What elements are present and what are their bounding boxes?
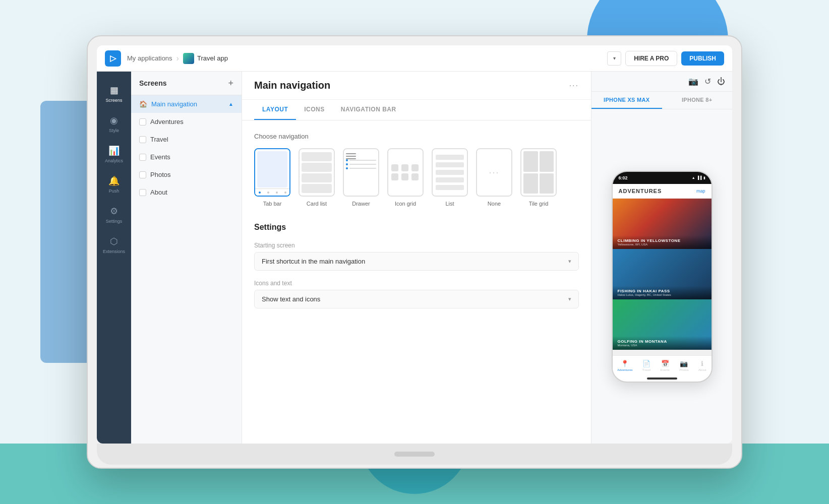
style-label: Style — [109, 128, 119, 133]
style-icon: ◉ — [110, 115, 118, 126]
ig-1 — [391, 164, 398, 171]
screen-item-main-navigation[interactable]: 🏠 Main navigation ▲ — [131, 95, 242, 113]
screen-item-about[interactable]: About — [131, 183, 242, 201]
screen-item-photos[interactable]: Photos — [131, 166, 242, 183]
tab-navigation-bar[interactable]: NAVIGATION BAR — [333, 100, 404, 120]
layout-icon-grid[interactable]: Icon grid — [387, 148, 424, 207]
drawer-line-1 — [346, 153, 356, 154]
tab-events-icon: 📅 — [661, 360, 669, 367]
card-3-overlay: GOLFING IN MONTANA Montana, USA — [613, 336, 712, 350]
tab-layout[interactable]: LAYOUT — [254, 100, 296, 120]
phone-tab-photos[interactable]: 📷 Photos — [679, 360, 689, 371]
sidebar-item-extensions[interactable]: ⬡ Extensions — [100, 231, 128, 259]
card-3-subtitle: Montana, USA — [618, 344, 706, 347]
laptop-screen: ▷ My applications › Travel app ▾ HIRE A … — [97, 45, 732, 444]
layout-thumb-drawer — [343, 148, 379, 197]
layout-thumb-tab-bar — [254, 148, 290, 197]
phone-tabbar: 📍 Adventures 📄 Travel 📅 Events — [613, 355, 712, 377]
phone-tab-travel[interactable]: 📄 Travel — [642, 360, 650, 371]
sidebar-item-push[interactable]: 🔔 Push — [100, 170, 128, 199]
breadcrumb-home[interactable]: My applications — [127, 54, 172, 62]
tg-4 — [540, 173, 554, 194]
device-tab-xs-max[interactable]: IPHONE XS MAX — [591, 92, 662, 109]
phone-home-indicator — [647, 377, 677, 380]
drawer-line-2 — [346, 156, 356, 157]
camera-icon[interactable]: 📷 — [688, 77, 698, 86]
expand-chevron: ▲ — [228, 101, 233, 107]
screen-checkbox-adventures[interactable] — [139, 118, 146, 125]
sidebar-item-settings[interactable]: ⚙ Settings — [100, 201, 128, 229]
screen-checkbox-photos[interactable] — [139, 171, 146, 178]
layout-none[interactable]: ··· None — [476, 148, 512, 207]
main-more-button[interactable]: ··· — [569, 81, 579, 90]
screen-checkbox-about[interactable] — [139, 189, 146, 196]
tab-bar-bottom — [255, 188, 289, 196]
header-dropdown[interactable]: ▾ — [607, 51, 621, 66]
phone-notch: 6:02 ▲ ▐▐ ▮ — [613, 172, 712, 184]
tg-1 — [523, 151, 538, 172]
tab-photos-icon: 📷 — [680, 360, 688, 367]
layout-card-list[interactable]: Card list — [299, 148, 335, 207]
refresh-icon[interactable]: ↺ — [704, 77, 711, 86]
drawer-item-3 — [346, 167, 376, 169]
logo-symbol: ▷ — [110, 53, 116, 63]
sidebar-item-screens[interactable]: ▦ Screens — [100, 80, 128, 108]
screen-checkbox-events[interactable] — [139, 154, 146, 161]
phone-card-1: CLIMBING IN YELLOWSTONE Yellowstone, WY,… — [613, 199, 712, 249]
tab-bar-preview — [255, 149, 289, 196]
hire-a-pro-button[interactable]: HIRE A PRO — [625, 51, 677, 66]
sidebar-left: ▦ Screens ◉ Style 📊 Analytics 🔔 Push ⚙ — [97, 72, 131, 444]
publish-button[interactable]: PUBLISH — [681, 51, 724, 66]
ig-4 — [391, 173, 398, 180]
layout-tab-bar[interactable]: Tab bar — [254, 148, 290, 207]
phone-tab-events[interactable]: 📅 Events — [661, 360, 670, 371]
layout-drawer[interactable]: Drawer — [343, 148, 379, 207]
layout-tile-grid[interactable]: Tile grid — [520, 148, 557, 207]
sidebar-item-style[interactable]: ◉ Style — [100, 110, 128, 138]
add-screen-button[interactable]: + — [228, 79, 233, 88]
card-2-overlay: FISHING IN HAKAI PASS Hakai Lulus, Hager… — [613, 286, 712, 299]
screen-item-adventures[interactable]: Adventures — [131, 113, 242, 131]
app-header: ▷ My applications › Travel app ▾ HIRE A … — [97, 45, 732, 72]
tab-adventures-icon: 📍 — [621, 360, 629, 367]
icons-text-select[interactable]: Show text and icons ▾ — [254, 290, 579, 308]
phone-tab-about[interactable]: ℹ About — [698, 360, 706, 371]
starting-screen-arrow: ▾ — [568, 258, 571, 265]
signal-icon: ▐▐ — [697, 176, 702, 179]
screen-checkbox-travel[interactable] — [139, 136, 146, 143]
tab-travel-label: Travel — [642, 368, 650, 371]
main-body: Choose navigation — [242, 120, 591, 444]
phone-tab-adventures[interactable]: 📍 Adventures — [617, 360, 632, 371]
laptop-base — [97, 444, 732, 465]
screen-item-events[interactable]: Events — [131, 148, 242, 166]
screen-item-travel[interactable]: Travel — [131, 131, 242, 148]
drawer-items — [346, 159, 376, 169]
sidebar-item-analytics[interactable]: 📊 Analytics — [100, 140, 128, 168]
extensions-icon: ⬡ — [110, 236, 118, 247]
ig-6 — [411, 173, 419, 180]
li-2 — [436, 162, 464, 167]
screen-name-photos: Photos — [150, 171, 170, 178]
li-1 — [436, 155, 464, 160]
li-5 — [436, 185, 464, 190]
starting-screen-field: Starting screen First shortcut in the ma… — [254, 242, 579, 271]
device-tab-8plus[interactable]: IPHONE 8+ — [662, 92, 733, 109]
starting-screen-label: Starting screen — [254, 242, 579, 249]
tab-about-label: About — [698, 368, 706, 371]
screens-panel-title: Screens — [139, 79, 166, 87]
tab-icons[interactable]: ICONS — [296, 100, 333, 120]
layout-list[interactable]: List — [432, 148, 468, 207]
power-icon[interactable]: ⏻ — [717, 77, 725, 86]
icons-text-arrow: ▾ — [568, 296, 571, 302]
screens-panel-header: Screens + — [131, 72, 242, 95]
card-3 — [302, 173, 332, 182]
drawer-text-2 — [349, 164, 376, 165]
starting-screen-select[interactable]: First shortcut in the main navigation ▾ — [254, 252, 579, 271]
analytics-icon: 📊 — [108, 145, 120, 156]
breadcrumb-app: Travel app — [183, 53, 228, 64]
preview-header: 📷 ↺ ⏻ — [591, 72, 732, 92]
drawer-text-1 — [349, 160, 376, 161]
drawer-menu-icon — [346, 153, 356, 159]
tab-bar-screen — [257, 151, 287, 187]
tabs-bar: LAYOUT ICONS NAVIGATION BAR — [242, 100, 591, 120]
